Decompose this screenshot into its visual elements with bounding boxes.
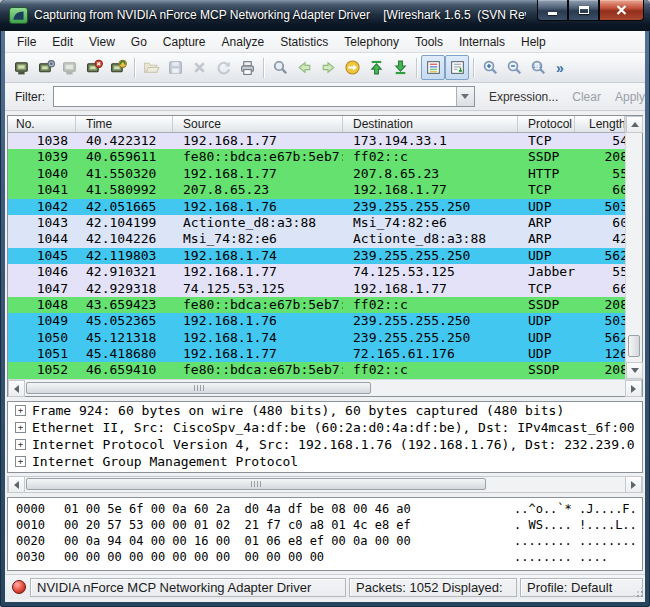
hex-line[interactable]: 003000 00 00 00 00 00 00 00 00 00 00 00.…: [8, 550, 642, 566]
packet-row-1046[interactable]: 104642.910321192.168.1.7774.125.53.125Ja…: [8, 264, 625, 280]
filter-input[interactable]: [54, 87, 474, 106]
menu-view[interactable]: View: [81, 31, 123, 53]
hex-line[interactable]: 001000 20 57 53 00 00 01 02 21 f7 c0 a8 …: [8, 518, 642, 534]
hex-line[interactable]: 000001 00 5e 6f 00 0a 60 2a d0 4a df be …: [8, 502, 642, 518]
menu-internals[interactable]: Internals: [451, 31, 513, 53]
scroll-right-button[interactable]: [625, 380, 642, 397]
menu-edit[interactable]: Edit: [44, 31, 81, 53]
expander-plus-icon[interactable]: +: [15, 439, 26, 450]
hscrollbar-thumb[interactable]: [26, 382, 371, 394]
capture-options-button[interactable]: [34, 55, 58, 80]
packet-row-1043[interactable]: 104342.104199Actionte_d8:a3:88Msi_74:82:…: [8, 215, 625, 231]
packet-row-1050[interactable]: 105045.121318192.168.1.74239.255.255.250…: [8, 330, 625, 346]
packet-row-1044[interactable]: 104442.104226Msi_74:82:e6Actionte_d8:a3:…: [8, 231, 625, 247]
menu-capture[interactable]: Capture: [155, 31, 214, 53]
find-button[interactable]: [268, 55, 292, 80]
details-scrollbar-thumb[interactable]: [26, 478, 486, 490]
capture-restart-icon: [110, 59, 127, 76]
menu-tools[interactable]: Tools: [407, 31, 451, 53]
column-header-no[interactable]: No.: [8, 116, 76, 132]
column-header-time[interactable]: Time: [76, 116, 173, 132]
clear-button[interactable]: Clear: [572, 90, 601, 104]
menu-analyze[interactable]: Analyze: [214, 31, 273, 53]
expander-plus-icon[interactable]: +: [15, 422, 26, 433]
zoom-out-button[interactable]: [502, 55, 526, 80]
column-header-length[interactable]: Length: [575, 116, 625, 132]
packet-row-1052[interactable]: 105246.659410fe80::bdca:e67b:5eb7:e8ff02…: [8, 362, 625, 378]
details-hscrollbar[interactable]: [7, 476, 643, 493]
main-toolbar: 1:1 »: [5, 53, 645, 83]
packet-row-1039[interactable]: 103940.659611fe80::bdca:e67b:5eb7:e8ff02…: [8, 149, 625, 165]
close-button[interactable]: [599, 0, 644, 21]
status-interface: NVIDIA nForce MCP Networking Adapter Dri…: [30, 578, 346, 597]
auto-scroll-button[interactable]: [445, 55, 469, 80]
title-bar[interactable]: Capturing from NVIDIA nForce MCP Network…: [0, 0, 650, 31]
close-icon: [616, 5, 627, 15]
expert-info-button[interactable]: [12, 580, 26, 594]
colorize-button[interactable]: [421, 55, 445, 80]
scroll-right-button[interactable]: [625, 476, 642, 493]
hex-line[interactable]: 002000 0a 94 04 00 00 16 00 01 06 e8 ef …: [8, 534, 642, 550]
scroll-down-button[interactable]: [626, 362, 643, 379]
scroll-up-button[interactable]: [626, 116, 643, 133]
print-button[interactable]: [235, 55, 259, 80]
packet-row-1049[interactable]: 104945.052365192.168.1.76239.255.255.250…: [8, 313, 625, 329]
apply-button[interactable]: Apply: [615, 90, 645, 104]
list-interfaces-button[interactable]: [10, 55, 34, 80]
goto-top-button[interactable]: [364, 55, 388, 80]
packet-row-1047[interactable]: 104742.92931874.125.53.125192.168.1.77TC…: [8, 281, 625, 297]
expression-button[interactable]: Expression...: [489, 90, 558, 104]
column-header-source[interactable]: Source: [173, 116, 343, 132]
capture-restart-button[interactable]: [106, 55, 130, 80]
cell-protocol: SSDP: [518, 297, 575, 313]
capture-start-button[interactable]: [58, 55, 82, 80]
column-header-destination[interactable]: Destination: [343, 116, 518, 132]
detail-line[interactable]: +Internet Group Management Protocol: [8, 453, 642, 470]
vscrollbar-thumb[interactable]: [628, 335, 640, 357]
menu-help[interactable]: Help: [513, 31, 554, 53]
packet-row-1038[interactable]: 103840.422312192.168.1.77173.194.33.1TCP…: [8, 133, 625, 149]
column-header-protocol[interactable]: Protocol: [518, 116, 575, 132]
save-file-button[interactable]: [163, 55, 187, 80]
open-file-button[interactable]: [139, 55, 163, 80]
goto-packet-button[interactable]: [340, 55, 364, 80]
detail-line[interactable]: +Frame 924: 60 bytes on wire (480 bits),…: [8, 402, 642, 419]
hex-hex: 00 20 57 53 00 00 01 02 21 f7 c0 a8 01 4…: [64, 518, 411, 532]
back-button[interactable]: [292, 55, 316, 80]
reload-button[interactable]: [211, 55, 235, 80]
zoom-in-button[interactable]: [478, 55, 502, 80]
detail-line[interactable]: +Internet Protocol Version 4, Src: 192.1…: [8, 436, 642, 453]
menu-statistics[interactable]: Statistics: [272, 31, 336, 53]
filter-dropdown-button[interactable]: [456, 87, 474, 106]
forward-button[interactable]: [316, 55, 340, 80]
maximize-button[interactable]: [568, 0, 599, 21]
capture-stop-button[interactable]: [82, 55, 106, 80]
packet-row-1045[interactable]: 104542.119803192.168.1.74239.255.255.250…: [8, 248, 625, 264]
expander-plus-icon[interactable]: +: [15, 456, 26, 467]
menu-telephony[interactable]: Telephony: [336, 31, 407, 53]
cell-no: 1042: [8, 199, 76, 215]
scroll-left-button[interactable]: [8, 476, 25, 493]
menu-file[interactable]: File: [9, 31, 44, 53]
zoom-out-icon: [506, 59, 523, 76]
packet-row-1042[interactable]: 104242.051665192.168.1.76239.255.255.250…: [8, 199, 625, 215]
packet-row-1040[interactable]: 104041.550320192.168.1.77207.8.65.23HTTP…: [8, 166, 625, 182]
resize-grip[interactable]: [633, 587, 643, 597]
packet-list-hscrollbar[interactable]: [8, 379, 642, 396]
minimize-button[interactable]: [537, 0, 568, 21]
packet-row-1051[interactable]: 105145.418680192.168.1.7772.165.61.176UD…: [8, 346, 625, 362]
cell-destination: ff02::c: [343, 149, 518, 165]
goto-bottom-button[interactable]: [388, 55, 412, 80]
zoom-100-button[interactable]: 1:1: [526, 55, 550, 80]
toolbar-overflow-chevron[interactable]: »: [556, 60, 564, 76]
detail-line[interactable]: +Ethernet II, Src: CiscoSpv_4a:df:be (60…: [8, 419, 642, 436]
scroll-left-button[interactable]: [8, 380, 25, 397]
packet-list-vscrollbar[interactable]: [625, 116, 642, 379]
close-file-button[interactable]: [187, 55, 211, 80]
packet-row-1048[interactable]: 104843.659423fe80::bdca:e67b:5eb7:e8ff02…: [8, 297, 625, 313]
expander-plus-icon[interactable]: +: [15, 405, 26, 416]
menu-go[interactable]: Go: [123, 31, 155, 53]
packet-list-header: No. Time Source Destination Protocol Len…: [8, 116, 625, 133]
capture-start-icon: [62, 59, 79, 76]
packet-row-1041[interactable]: 104141.580992207.8.65.23192.168.1.77TCP6…: [8, 182, 625, 198]
